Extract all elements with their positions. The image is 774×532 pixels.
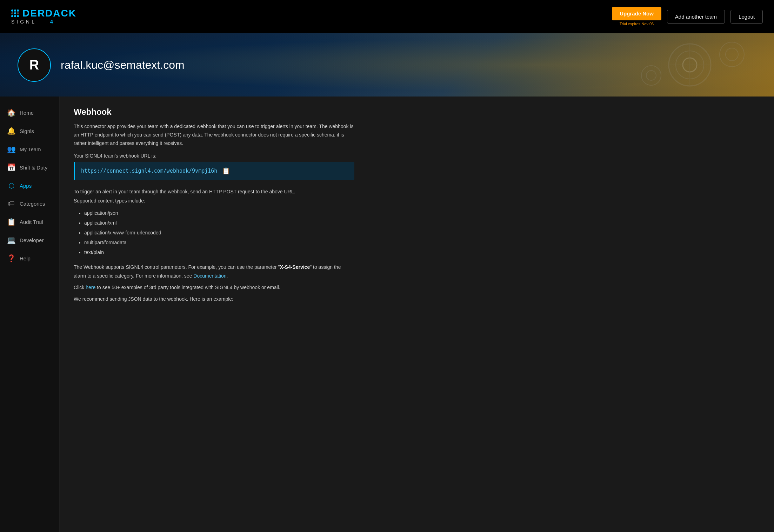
page-title: Webhook <box>74 107 760 117</box>
content-types-list: application/jsonapplication/xmlapplicati… <box>74 208 760 257</box>
apps-icon: ⬡ <box>7 181 15 190</box>
sidebar-label-signls: Signls <box>20 128 34 134</box>
svg-point-5 <box>720 42 744 67</box>
trigger-text: To trigger an alert in your team through… <box>74 187 354 205</box>
webhook-url-box: https://connect.signl4.com/webhook/9vmpj… <box>74 162 354 180</box>
sidebar-label-my-team: My Team <box>20 146 41 152</box>
signl4-param-name: X-S4-Service <box>280 264 310 270</box>
sidebar-item-home[interactable]: 🏠 Home <box>0 104 59 122</box>
logo-area: Derdack SIGNL 4 <box>11 8 76 25</box>
content-type-item: multipart/formadata <box>84 238 760 247</box>
sidebar-item-apps[interactable]: ⬡ Apps <box>0 177 59 195</box>
sidebar-label-home: Home <box>20 110 34 116</box>
logo-dots <box>11 9 19 17</box>
sidebar-item-audit-trail[interactable]: 📋 Audit Trail <box>0 213 59 231</box>
nav-right: Upgrade Now Trial expires Nov 06 Add ano… <box>612 7 763 26</box>
upgrade-button-wrap: Upgrade Now Trial expires Nov 06 <box>612 7 661 26</box>
main-content: Webhook This connector app provides your… <box>60 97 774 532</box>
top-nav: Derdack SIGNL 4 Upgrade Now Trial expire… <box>0 0 774 33</box>
content-type-item: application/json <box>84 208 760 218</box>
developer-icon: 💻 <box>7 236 15 244</box>
copy-icon[interactable]: 📋 <box>222 167 230 175</box>
svg-point-8 <box>646 71 656 80</box>
sidebar-label-developer: Developer <box>20 237 44 243</box>
recommend-text: We recommend sending JSON data to the we… <box>74 295 354 304</box>
sidebar-label-apps: Apps <box>20 183 32 189</box>
trial-expires: Trial expires Nov 06 <box>620 22 654 26</box>
sidebar-label-help: Help <box>20 255 31 261</box>
webhook-url-text: https://connect.signl4.com/webhook/9vmpj… <box>81 168 217 174</box>
sidebar-item-categories[interactable]: 🏷 Categories <box>0 195 59 213</box>
signl4-text1: The Webhook supports SIGNL4 control para… <box>74 264 280 270</box>
svg-point-7 <box>641 66 661 85</box>
profile-banner: R rafal.kuc@sematext.com <box>0 33 774 97</box>
shift-duty-icon: 📅 <box>7 163 15 172</box>
webhook-url-label: Your SIGNL4 team's webhook URL is: <box>74 153 760 159</box>
my-team-icon: 👥 <box>7 145 15 153</box>
sidebar-item-shift-duty[interactable]: 📅 Shift & Duty <box>0 158 59 177</box>
avatar: R <box>18 48 51 82</box>
sidebar-item-help[interactable]: ❓ Help <box>0 249 59 267</box>
banner-decoration <box>620 37 760 93</box>
sidebar-label-categories: Categories <box>20 201 45 207</box>
content-type-item: text/plain <box>84 247 760 257</box>
banner-email: rafal.kuc@sematext.com <box>61 59 185 72</box>
help-icon: ❓ <box>7 254 15 262</box>
categories-icon: 🏷 <box>7 200 15 208</box>
upgrade-button[interactable]: Upgrade Now <box>612 7 661 20</box>
content-type-item: application/x-www-form-urlencoded <box>84 228 760 238</box>
logo-signl4: SIGNL 4 <box>11 19 76 25</box>
here-link[interactable]: here <box>86 285 95 290</box>
signl4-params-text: The Webhook supports SIGNL4 control para… <box>74 263 354 280</box>
webhook-description: This connector app provides your team wi… <box>74 122 354 147</box>
logo-derdack: Derdack <box>22 8 76 18</box>
sidebar: 🏠 Home 🔔 Signls 👥 My Team 📅 Shift & Duty… <box>0 97 60 532</box>
main-layout: 🏠 Home 🔔 Signls 👥 My Team 📅 Shift & Duty… <box>0 97 774 532</box>
content-type-item: application/xml <box>84 218 760 228</box>
sidebar-label-audit-trail: Audit Trail <box>20 219 43 225</box>
logout-button[interactable]: Logout <box>730 10 763 24</box>
home-icon: 🏠 <box>7 108 15 117</box>
sidebar-item-my-team[interactable]: 👥 My Team <box>0 140 59 158</box>
click-here-text: Click here to see 50+ examples of 3rd pa… <box>74 283 354 292</box>
click-here-prefix: Click <box>74 285 86 290</box>
click-here-suffix: to see 50+ examples of 3rd party tools i… <box>95 285 280 290</box>
signl4-text3: . <box>227 273 228 279</box>
sidebar-label-shift-duty: Shift & Duty <box>20 165 47 171</box>
documentation-link[interactable]: Documentation <box>193 273 226 279</box>
signls-icon: 🔔 <box>7 127 15 135</box>
svg-point-6 <box>726 48 738 61</box>
audit-trail-icon: 📋 <box>7 218 15 226</box>
sidebar-item-developer[interactable]: 💻 Developer <box>0 231 59 249</box>
add-team-button[interactable]: Add another team <box>667 10 725 24</box>
sidebar-item-signls[interactable]: 🔔 Signls <box>0 122 59 140</box>
